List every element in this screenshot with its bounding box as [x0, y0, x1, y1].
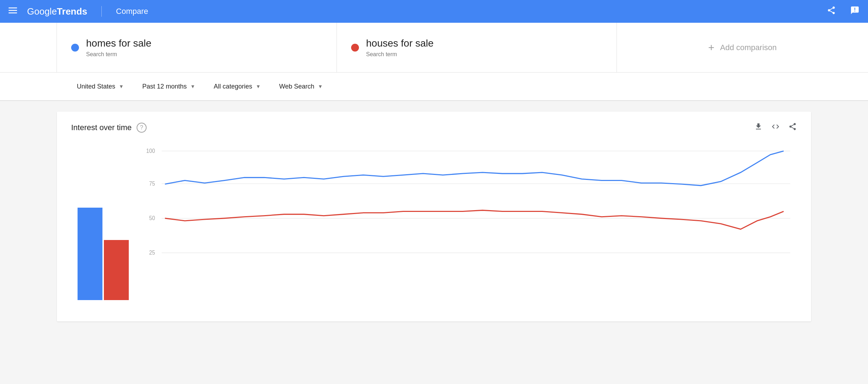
time-filter-arrow: ▼ [190, 84, 195, 89]
svg-text:100: 100 [146, 148, 155, 154]
term1-info: homes for sale Search term [86, 38, 152, 58]
chart-title-row: Interest over time ? [71, 123, 147, 133]
search-terms-bar: homes for sale Search term houses for sa… [0, 23, 868, 73]
category-filter-arrow: ▼ [256, 84, 261, 89]
chart-title: Interest over time [71, 123, 132, 132]
term2-dot [351, 44, 359, 52]
search-term-2[interactable]: houses for sale Search term [337, 23, 617, 72]
time-filter[interactable]: Past 12 months ▼ [137, 80, 201, 93]
add-icon: + [708, 42, 715, 54]
svg-rect-0 [9, 7, 17, 9]
help-icon[interactable]: ? [137, 123, 147, 133]
term2-name: houses for sale [366, 38, 434, 49]
svg-text:50: 50 [149, 215, 155, 221]
chart-svg: 100 75 50 25 [135, 140, 797, 300]
chart-left-legend [71, 140, 135, 311]
search-type-filter-label: Web Search [279, 83, 314, 90]
legend-bar-red [104, 240, 129, 300]
region-filter-arrow: ▼ [119, 84, 124, 89]
add-comparison-button[interactable]: + Add comparison [617, 23, 868, 72]
interest-over-time-card: Interest over time ? [57, 112, 811, 321]
filters-bar: United States ▼ Past 12 months ▼ All cat… [0, 73, 868, 101]
chart-share-icon[interactable] [788, 122, 797, 133]
header-divider [101, 6, 102, 17]
main-content: Interest over time ? [0, 101, 868, 384]
term2-type: Search term [366, 51, 434, 58]
header-compare-label: Compare [116, 7, 148, 16]
svg-text:75: 75 [149, 180, 155, 187]
legend-bar-blue [78, 208, 102, 300]
share-icon[interactable] [827, 6, 836, 17]
google-trends-logo: GoogleTrends [27, 6, 87, 17]
search-type-filter-arrow: ▼ [318, 84, 323, 89]
blue-line [165, 151, 784, 186]
chart-area: 100 75 50 25 [71, 140, 797, 311]
help-icon-text: ? [140, 124, 143, 131]
chart-plot: 100 75 50 25 [135, 140, 797, 311]
logo-trends-text: Trends [57, 6, 87, 17]
term1-dot [71, 44, 79, 52]
chart-header: Interest over time ? [71, 122, 797, 133]
term2-info: houses for sale Search term [366, 38, 434, 58]
embed-icon[interactable] [771, 122, 780, 133]
left-spacer [0, 23, 57, 72]
region-filter[interactable]: United States ▼ [71, 80, 129, 93]
category-filter[interactable]: All categories ▼ [208, 80, 266, 93]
add-comparison-label: Add comparison [720, 43, 777, 52]
category-filter-label: All categories [214, 83, 252, 90]
svg-rect-2 [9, 12, 17, 14]
legend-bars [78, 208, 129, 300]
menu-icon[interactable] [9, 6, 17, 17]
search-type-filter[interactable]: Web Search ▼ [274, 80, 329, 93]
term1-name: homes for sale [86, 38, 152, 49]
time-filter-label: Past 12 months [142, 83, 187, 90]
feedback-icon[interactable] [850, 6, 859, 17]
term1-type: Search term [86, 51, 152, 58]
search-term-1[interactable]: homes for sale Search term [57, 23, 337, 72]
header: GoogleTrends Compare [0, 0, 868, 23]
logo-google-text: Google [27, 6, 57, 17]
download-icon[interactable] [754, 122, 763, 133]
region-filter-label: United States [77, 83, 115, 90]
svg-rect-1 [9, 10, 17, 11]
chart-actions [754, 122, 797, 133]
svg-text:25: 25 [149, 250, 155, 256]
red-line [165, 210, 784, 229]
